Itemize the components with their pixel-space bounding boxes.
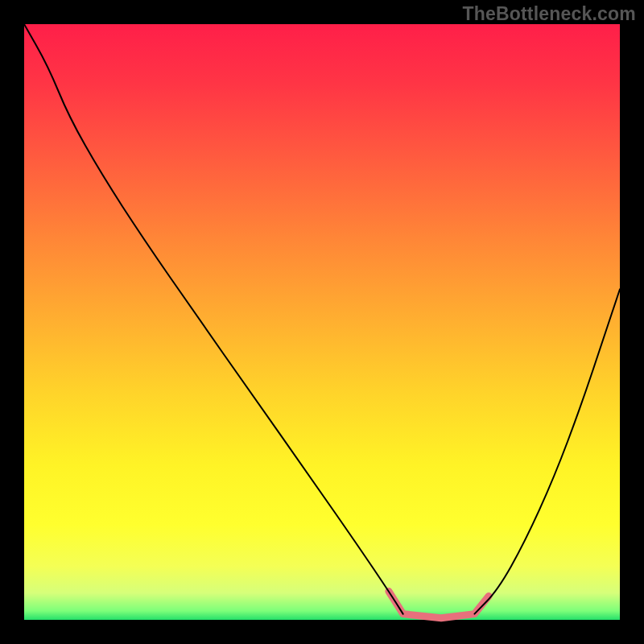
chart-frame: { "watermark": "TheBottleneck.com", "plo… <box>0 0 644 644</box>
watermark-text: TheBottleneck.com <box>462 3 636 25</box>
bottleneck-chart <box>0 0 644 644</box>
